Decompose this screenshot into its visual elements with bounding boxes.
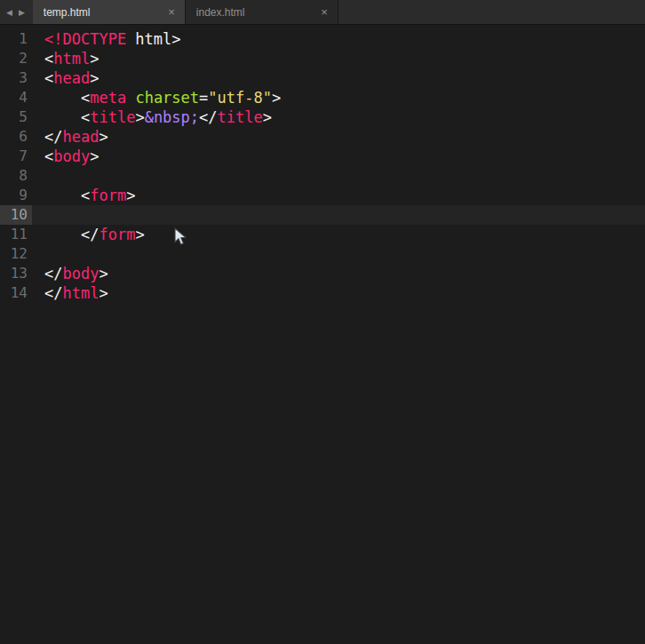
code-line[interactable]: 13</body> [0,264,645,283]
code-text: <title>&nbsp;</title> [32,107,272,127]
token-tag: html [62,284,99,302]
code-text: <meta charset="utf-8"> [32,88,281,107]
code-text: <form> [32,186,135,205]
token-plain: > [99,284,108,302]
code-text: </body> [32,264,108,283]
code-line[interactable]: 7<body> [0,147,645,166]
code-line[interactable]: 10 [0,205,645,225]
line-number: 7 [0,147,32,166]
code-text: </html> [32,283,108,303]
token-plain: > [272,89,281,107]
token-plain: > [263,108,272,126]
token-plain: < [81,89,90,107]
token-plain [44,89,81,107]
token-string: "utf-8" [208,89,272,107]
token-tag: head [62,128,99,146]
token-plain: = [199,89,208,107]
line-number: 8 [0,166,32,186]
token-plain [44,108,81,126]
token-plain: </ [44,284,62,302]
tab-index.html[interactable]: index.html× [186,0,338,24]
token-plain: > [90,69,99,87]
token-tag: meta [90,89,126,107]
token-plain: > [99,128,108,146]
token-plain: > [135,226,144,243]
code-line[interactable]: 3<head> [0,68,645,88]
code-text: <body> [32,147,99,166]
token-tag: body [62,265,99,282]
token-plain [126,89,135,107]
token-entity: &nbsp; [145,108,199,126]
code-line[interactable]: 11 </form> [0,225,645,244]
token-plain: < [44,50,53,68]
line-number: 2 [0,49,32,68]
tab-temp.html[interactable]: temp.html× [33,0,186,24]
code-text [32,244,44,264]
tab-bar: ◀ ▶ temp.html×index.html× [0,0,645,25]
tab-label: index.html [196,6,245,19]
token-plain: > [90,147,99,165]
token-tag: form [90,187,126,204]
code-text: <html> [32,49,99,68]
token-attr: charset [135,89,199,107]
code-line[interactable]: 14</html> [0,283,645,303]
token-tag: html [53,50,90,68]
token-plain: < [81,187,90,204]
code-text: </head> [32,127,108,147]
line-number: 4 [0,88,32,107]
token-plain: </ [44,128,62,146]
tab-scroll-left-icon[interactable]: ◀ [6,8,12,17]
token-tag: <!DOCTYPE [44,30,126,48]
tab-scroll-right-icon[interactable]: ▶ [19,8,25,17]
token-tag: head [53,69,90,87]
code-text [32,166,44,186]
line-number: 12 [0,244,32,264]
token-plain: > [90,50,99,68]
code-text: <head> [32,68,99,88]
line-number: 6 [0,127,32,147]
token-plain: </ [44,265,62,282]
code-text: </form> [32,225,145,244]
token-plain: < [44,147,53,165]
token-plain [44,226,81,243]
line-number: 10 [0,205,32,225]
line-number: 11 [0,225,32,244]
code-line[interactable]: 4 <meta charset="utf-8"> [0,88,645,107]
code-line[interactable]: 12 [0,244,645,264]
code-line[interactable]: 2<html> [0,49,645,68]
editor-window: ◀ ▶ temp.html×index.html× 1<!DOCTYPE htm… [0,0,645,644]
code-line[interactable]: 1<!DOCTYPE html> [0,29,645,49]
token-plain: > [135,108,144,126]
tab-list: temp.html×index.html× [33,0,338,24]
line-number: 1 [0,29,32,49]
token-plain: < [81,108,90,126]
token-tag: title [218,108,263,126]
token-plain: > [99,265,108,282]
tab-close-icon[interactable]: × [317,5,331,19]
token-plain: < [44,69,53,87]
token-plain [44,187,81,204]
code-line[interactable]: 5 <title>&nbsp;</title> [0,107,645,127]
token-tag: body [53,147,90,165]
line-number: 13 [0,264,32,283]
code-text [32,205,44,225]
line-number: 9 [0,186,32,205]
tab-label: temp.html [44,6,91,19]
token-tag: title [90,108,135,126]
code-line[interactable]: 6</head> [0,127,645,147]
line-number: 3 [0,68,32,88]
token-plain: </ [199,108,217,126]
line-number: 5 [0,107,32,127]
code-line[interactable]: 9 <form> [0,186,645,205]
token-tag: form [99,226,135,243]
token-plain: </ [81,226,99,243]
line-number: 14 [0,283,32,303]
token-plain: > [126,187,135,204]
token-plain: html> [126,30,180,48]
code-line[interactable]: 8 [0,166,645,186]
tab-close-icon[interactable]: × [164,5,179,19]
code-text: <!DOCTYPE html> [32,29,181,49]
tab-nav-arrows: ◀ ▶ [0,0,33,24]
code-editor[interactable]: 1<!DOCTYPE html>2<html>3<head>4 <meta ch… [0,25,645,303]
